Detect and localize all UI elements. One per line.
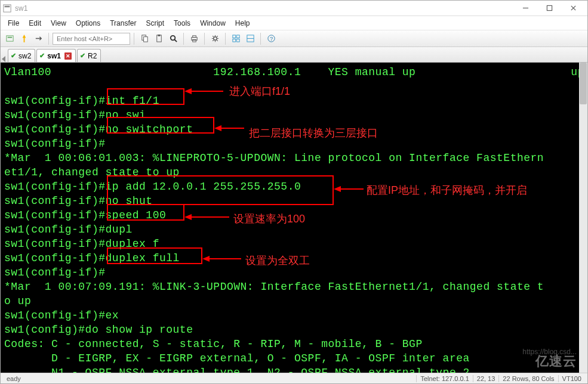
svg-line-13	[174, 39, 177, 42]
status-ready: eady	[3, 375, 24, 382]
svg-rect-1	[5, 5, 10, 7]
svg-rect-9	[143, 37, 147, 42]
help-icon[interactable]: ?	[264, 32, 278, 45]
terminal-pane[interactable]: Vlan100 192.168.100.1 YES manual up up s…	[1, 63, 587, 373]
window-titlebar: sw1	[1, 1, 587, 16]
svg-rect-19	[236, 35, 239, 38]
status-term: VT100	[558, 375, 585, 382]
connected-check-icon: ✔	[11, 52, 16, 60]
tab-sw1[interactable]: ✔ sw1 ✕	[36, 49, 76, 62]
menu-file[interactable]: File	[3, 16, 24, 30]
tile-icon[interactable]	[244, 32, 257, 45]
maximize-button[interactable]	[537, 1, 561, 16]
status-bar: eady Telnet: 127.0.0.1 22, 13 22 Rows, 8…	[1, 373, 587, 383]
tab-close-icon[interactable]: ✕	[64, 52, 72, 60]
vertical-scrollbar[interactable]	[579, 63, 587, 373]
svg-rect-7	[7, 37, 12, 38]
svg-rect-20	[232, 39, 235, 42]
settings-icon[interactable]	[208, 32, 221, 45]
close-button[interactable]	[561, 1, 585, 16]
paste-icon[interactable]	[152, 32, 165, 45]
menu-options[interactable]: Options	[71, 16, 105, 30]
session-manager-icon[interactable]	[3, 32, 16, 45]
svg-point-17	[213, 37, 217, 41]
app-icon	[3, 4, 11, 13]
svg-rect-3	[547, 5, 552, 10]
print-icon[interactable]	[187, 32, 201, 45]
terminal-output: Vlan100 192.168.100.1 YES manual up up s…	[1, 63, 587, 373]
svg-point-12	[170, 36, 175, 41]
status-pos: 22, 13	[473, 375, 499, 382]
find-icon[interactable]	[167, 32, 180, 45]
tab-scroll-left-icon[interactable]	[2, 56, 5, 62]
svg-rect-11	[158, 35, 160, 36]
connected-check-icon: ✔	[39, 52, 45, 60]
sessions-icon[interactable]	[229, 32, 242, 45]
window-title: sw1	[15, 4, 27, 13]
tab-label: sw1	[47, 52, 61, 60]
menu-window[interactable]: Window	[195, 16, 230, 30]
svg-rect-15	[192, 36, 196, 38]
tab-label: R2	[88, 52, 97, 60]
svg-rect-18	[232, 35, 235, 38]
menu-tools[interactable]: Tools	[169, 16, 195, 30]
menu-edit[interactable]: Edit	[24, 16, 46, 30]
tab-r2[interactable]: ✔ R2	[77, 49, 101, 62]
connect-bar-icon[interactable]	[32, 32, 45, 45]
connected-check-icon: ✔	[80, 52, 85, 60]
menu-script[interactable]: Script	[141, 16, 169, 30]
toolbar: ?	[1, 30, 587, 47]
tab-strip: ✔ sw2 ✔ sw1 ✕ ✔ R2	[1, 47, 587, 63]
quick-connect-icon[interactable]	[17, 32, 30, 45]
menu-help[interactable]: Help	[230, 16, 255, 30]
status-size: 22 Rows, 80 Cols	[498, 375, 558, 382]
minimize-button[interactable]	[513, 1, 537, 16]
scrollbar-thumb[interactable]	[580, 63, 587, 104]
copy-icon[interactable]	[138, 32, 151, 45]
svg-rect-21	[236, 39, 239, 42]
menu-view[interactable]: View	[46, 16, 71, 30]
svg-text:?: ?	[269, 36, 272, 42]
status-telnet: Telnet: 127.0.0.1	[416, 375, 472, 382]
menu-transfer[interactable]: Transfer	[105, 16, 141, 30]
tab-sw2[interactable]: ✔ sw2	[8, 49, 35, 62]
menubar: File Edit View Options Transfer Script T…	[1, 16, 587, 30]
tab-label: sw2	[19, 52, 31, 60]
svg-rect-6	[6, 36, 13, 41]
host-input[interactable]	[53, 33, 130, 45]
